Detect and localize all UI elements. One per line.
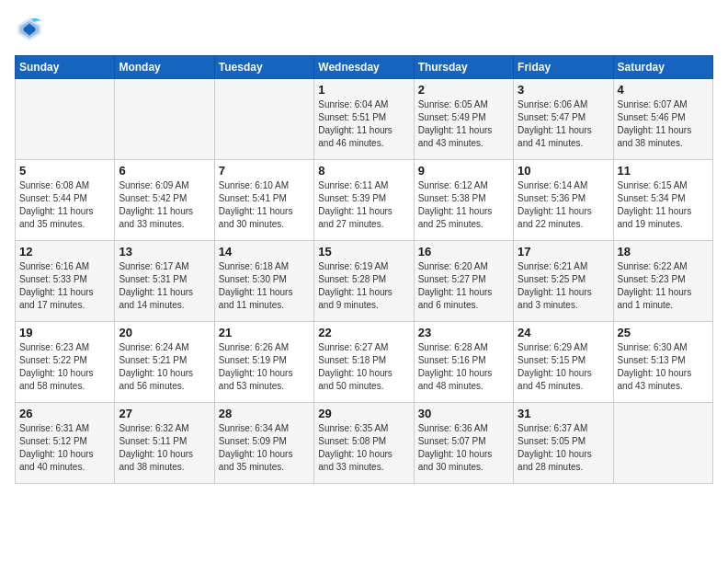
calendar-cell: 21Sunrise: 6:26 AM Sunset: 5:19 PM Dayli… [214,322,313,403]
calendar-cell: 9Sunrise: 6:12 AM Sunset: 5:38 PM Daylig… [414,160,513,241]
day-number: 16 [418,245,509,259]
day-info: Sunrise: 6:16 AM Sunset: 5:33 PM Dayligh… [19,260,110,312]
day-number: 31 [518,407,609,420]
calendar-week-5: 26Sunrise: 6:31 AM Sunset: 5:12 PM Dayli… [16,403,713,484]
calendar-body: 1Sunrise: 6:04 AM Sunset: 5:51 PM Daylig… [16,79,713,484]
calendar-cell: 14Sunrise: 6:18 AM Sunset: 5:30 PM Dayli… [214,241,313,322]
day-number: 21 [219,326,310,339]
day-info: Sunrise: 6:20 AM Sunset: 5:27 PM Dayligh… [418,260,509,312]
day-number: 12 [19,245,110,259]
calendar-cell: 31Sunrise: 6:37 AM Sunset: 5:05 PM Dayli… [514,403,613,484]
day-number: 18 [618,245,709,259]
day-info: Sunrise: 6:32 AM Sunset: 5:11 PM Dayligh… [119,422,210,474]
calendar-cell: 7Sunrise: 6:10 AM Sunset: 5:41 PM Daylig… [214,160,313,241]
day-info: Sunrise: 6:08 AM Sunset: 5:44 PM Dayligh… [19,179,110,231]
day-info: Sunrise: 6:11 AM Sunset: 5:39 PM Dayligh… [318,179,409,231]
day-info: Sunrise: 6:29 AM Sunset: 5:15 PM Dayligh… [518,341,609,393]
day-number: 9 [418,164,509,178]
day-number: 14 [219,245,310,259]
day-number: 8 [318,164,409,178]
day-number: 22 [318,326,409,339]
day-info: Sunrise: 6:31 AM Sunset: 5:12 PM Dayligh… [19,422,110,474]
day-info: Sunrise: 6:27 AM Sunset: 5:18 PM Dayligh… [318,341,409,393]
day-number: 2 [418,83,509,97]
calendar-cell [613,403,712,484]
logo [15,15,48,44]
weekday-header-tuesday: Tuesday [214,56,313,79]
calendar-cell: 15Sunrise: 6:19 AM Sunset: 5:28 PM Dayli… [314,241,414,322]
day-number: 27 [119,407,210,420]
weekday-header-wednesday: Wednesday [314,56,414,79]
day-info: Sunrise: 6:05 AM Sunset: 5:49 PM Dayligh… [418,98,509,150]
day-info: Sunrise: 6:30 AM Sunset: 5:13 PM Dayligh… [618,341,709,393]
day-number: 25 [618,326,709,339]
calendar-cell: 19Sunrise: 6:23 AM Sunset: 5:22 PM Dayli… [16,322,115,403]
day-info: Sunrise: 6:21 AM Sunset: 5:25 PM Dayligh… [518,260,609,312]
page-header [15,15,713,44]
calendar-cell: 24Sunrise: 6:29 AM Sunset: 5:15 PM Dayli… [514,322,613,403]
weekday-header-thursday: Thursday [414,56,513,79]
day-number: 20 [119,326,210,339]
calendar-cell: 18Sunrise: 6:22 AM Sunset: 5:23 PM Dayli… [613,241,712,322]
day-info: Sunrise: 6:34 AM Sunset: 5:09 PM Dayligh… [219,422,310,474]
day-number: 28 [219,407,310,420]
day-number: 26 [19,407,110,420]
calendar-cell: 20Sunrise: 6:24 AM Sunset: 5:21 PM Dayli… [115,322,214,403]
day-info: Sunrise: 6:37 AM Sunset: 5:05 PM Dayligh… [518,422,609,474]
calendar-cell: 4Sunrise: 6:07 AM Sunset: 5:46 PM Daylig… [613,79,712,160]
calendar-week-4: 19Sunrise: 6:23 AM Sunset: 5:22 PM Dayli… [16,322,713,403]
day-number: 3 [518,83,609,97]
day-info: Sunrise: 6:12 AM Sunset: 5:38 PM Dayligh… [418,179,509,231]
weekday-header-row: SundayMondayTuesdayWednesdayThursdayFrid… [16,56,713,79]
calendar-cell: 29Sunrise: 6:35 AM Sunset: 5:08 PM Dayli… [314,403,414,484]
calendar-week-3: 12Sunrise: 6:16 AM Sunset: 5:33 PM Dayli… [16,241,713,322]
calendar-cell: 12Sunrise: 6:16 AM Sunset: 5:33 PM Dayli… [16,241,115,322]
day-info: Sunrise: 6:35 AM Sunset: 5:08 PM Dayligh… [318,422,409,474]
day-number: 15 [318,245,409,259]
calendar-cell: 3Sunrise: 6:06 AM Sunset: 5:47 PM Daylig… [514,79,613,160]
weekday-header-friday: Friday [514,56,613,79]
calendar-cell: 22Sunrise: 6:27 AM Sunset: 5:18 PM Dayli… [314,322,414,403]
day-info: Sunrise: 6:36 AM Sunset: 5:07 PM Dayligh… [418,422,509,474]
weekday-header-sunday: Sunday [16,56,115,79]
calendar-cell: 10Sunrise: 6:14 AM Sunset: 5:36 PM Dayli… [514,160,613,241]
calendar-cell: 5Sunrise: 6:08 AM Sunset: 5:44 PM Daylig… [16,160,115,241]
day-number: 29 [318,407,409,420]
logo-icon [15,15,44,44]
calendar-cell: 17Sunrise: 6:21 AM Sunset: 5:25 PM Dayli… [514,241,613,322]
weekday-header-saturday: Saturday [613,56,712,79]
calendar-week-1: 1Sunrise: 6:04 AM Sunset: 5:51 PM Daylig… [16,79,713,160]
calendar-header: SundayMondayTuesdayWednesdayThursdayFrid… [16,56,713,79]
day-info: Sunrise: 6:24 AM Sunset: 5:21 PM Dayligh… [119,341,210,393]
calendar-cell: 13Sunrise: 6:17 AM Sunset: 5:31 PM Dayli… [115,241,214,322]
calendar-cell: 25Sunrise: 6:30 AM Sunset: 5:13 PM Dayli… [613,322,712,403]
day-number: 23 [418,326,509,339]
day-info: Sunrise: 6:07 AM Sunset: 5:46 PM Dayligh… [618,98,709,150]
day-number: 6 [119,164,210,178]
day-number: 5 [19,164,110,178]
day-info: Sunrise: 6:26 AM Sunset: 5:19 PM Dayligh… [219,341,310,393]
day-number: 10 [518,164,609,178]
calendar-cell: 30Sunrise: 6:36 AM Sunset: 5:07 PM Dayli… [414,403,513,484]
weekday-header-monday: Monday [115,56,214,79]
day-info: Sunrise: 6:22 AM Sunset: 5:23 PM Dayligh… [618,260,709,312]
calendar-cell [214,79,313,160]
day-number: 13 [119,245,210,259]
day-number: 4 [618,83,709,97]
day-info: Sunrise: 6:18 AM Sunset: 5:30 PM Dayligh… [219,260,310,312]
day-info: Sunrise: 6:23 AM Sunset: 5:22 PM Dayligh… [19,341,110,393]
day-info: Sunrise: 6:10 AM Sunset: 5:41 PM Dayligh… [219,179,310,231]
calendar-table: SundayMondayTuesdayWednesdayThursdayFrid… [15,55,713,484]
calendar-cell [115,79,214,160]
day-info: Sunrise: 6:06 AM Sunset: 5:47 PM Dayligh… [518,98,609,150]
calendar-cell: 6Sunrise: 6:09 AM Sunset: 5:42 PM Daylig… [115,160,214,241]
day-info: Sunrise: 6:09 AM Sunset: 5:42 PM Dayligh… [119,179,210,231]
day-info: Sunrise: 6:19 AM Sunset: 5:28 PM Dayligh… [318,260,409,312]
calendar-cell: 2Sunrise: 6:05 AM Sunset: 5:49 PM Daylig… [414,79,513,160]
day-info: Sunrise: 6:17 AM Sunset: 5:31 PM Dayligh… [119,260,210,312]
day-number: 1 [318,83,409,97]
calendar-cell: 23Sunrise: 6:28 AM Sunset: 5:16 PM Dayli… [414,322,513,403]
day-info: Sunrise: 6:14 AM Sunset: 5:36 PM Dayligh… [518,179,609,231]
calendar-cell: 26Sunrise: 6:31 AM Sunset: 5:12 PM Dayli… [16,403,115,484]
day-number: 24 [518,326,609,339]
